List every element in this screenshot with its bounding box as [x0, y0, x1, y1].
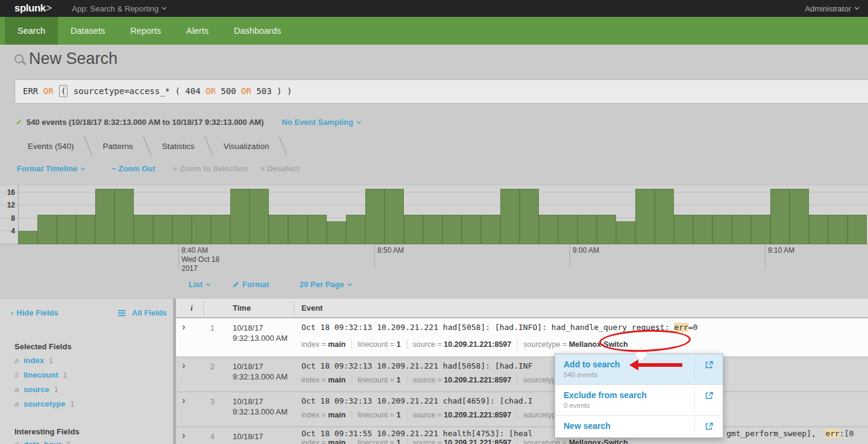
- open-in-new-button[interactable]: [705, 360, 714, 372]
- sidebar-field-date_hour[interactable]: #date_hour2: [14, 440, 71, 444]
- field-value[interactable]: main: [328, 376, 345, 384]
- field-name[interactable]: linecount: [24, 370, 58, 379]
- app-menu-dropdown[interactable]: App: Search & Reporting: [72, 4, 167, 13]
- field-name[interactable]: date_hour: [24, 440, 61, 444]
- histogram-bar[interactable]: [635, 189, 655, 244]
- histogram-bar[interactable]: [520, 189, 539, 244]
- expand-row-caret[interactable]: ›: [182, 322, 185, 332]
- field-value[interactable]: Mellanox-Switch: [569, 439, 628, 444]
- histogram-bar[interactable]: [57, 215, 76, 244]
- field-name[interactable]: source: [24, 385, 49, 394]
- histogram-bar[interactable]: [365, 189, 385, 244]
- histogram-bar[interactable]: [288, 215, 307, 244]
- sidebar-field-index[interactable]: aindex1: [14, 356, 53, 365]
- nav-item-reports[interactable]: Reports: [118, 17, 174, 45]
- histogram-bar[interactable]: [115, 189, 134, 244]
- histogram-bar[interactable]: [211, 215, 230, 244]
- nav-item-search[interactable]: Search: [5, 17, 58, 45]
- histogram-bar[interactable]: [790, 189, 809, 244]
- field-pair-source[interactable]: source = 10.209.21.221:8597: [407, 376, 518, 384]
- popup-item-label[interactable]: Exclude from search: [555, 385, 723, 400]
- tab-events-540-[interactable]: Events (540): [13, 137, 89, 156]
- histogram-bar[interactable]: [655, 189, 674, 244]
- field-value[interactable]: 10.209.21.221:8597: [444, 411, 511, 419]
- sidebar-field-sourcetype[interactable]: asourcetype1: [14, 399, 74, 408]
- histogram-bar[interactable]: [18, 231, 37, 244]
- expand-row-caret[interactable]: ›: [182, 360, 185, 371]
- user-menu-dropdown[interactable]: Administrator: [805, 4, 860, 13]
- field-value[interactable]: 10.209.21.221:8597: [444, 439, 511, 444]
- field-value[interactable]: 1: [397, 340, 401, 349]
- histogram-bar[interactable]: [37, 215, 57, 244]
- histogram-bar[interactable]: [346, 215, 365, 244]
- histogram-bar[interactable]: [674, 215, 693, 244]
- all-fields-link[interactable]: All Fields: [118, 308, 167, 317]
- field-pair-linecount[interactable]: linecount = 1: [351, 340, 406, 349]
- splunk-logo[interactable]: splunk>: [14, 2, 51, 14]
- format-timeline-dropdown[interactable]: Format Timeline: [17, 164, 86, 173]
- field-value[interactable]: 1: [397, 376, 401, 384]
- sidebar-field-source[interactable]: asource1: [14, 385, 58, 394]
- field-value[interactable]: 1: [397, 411, 401, 419]
- histogram-bar[interactable]: [577, 215, 597, 244]
- field-value[interactable]: main: [328, 340, 345, 349]
- list-view-dropdown[interactable]: List: [189, 280, 211, 289]
- histogram-bar[interactable]: [230, 189, 250, 244]
- histogram-bar[interactable]: [770, 189, 790, 244]
- histogram-bar[interactable]: [597, 215, 616, 244]
- field-pair-index[interactable]: index = main: [301, 376, 351, 384]
- nav-item-alerts[interactable]: Alerts: [174, 17, 221, 45]
- per-page-dropdown[interactable]: 20 Per Page: [300, 280, 353, 289]
- field-pair-index[interactable]: index = main: [301, 411, 351, 419]
- event-sampling-dropdown[interactable]: No Event Sampling: [282, 118, 362, 127]
- histogram-bar[interactable]: [732, 215, 751, 244]
- histogram-bar[interactable]: [712, 215, 732, 244]
- histogram-bar[interactable]: [172, 215, 192, 244]
- tab-statistics[interactable]: Statistics: [148, 137, 209, 156]
- sidebar-field-linecount[interactable]: #linecount1: [14, 370, 67, 379]
- field-pair-source[interactable]: source = 10.209.21.221:8597: [407, 411, 518, 419]
- histogram-bar[interactable]: [134, 215, 153, 244]
- event-raw-text[interactable]: Oct 18 09:32:13 10.209.21.221 had[5058]:…: [301, 361, 555, 370]
- histogram-bar[interactable]: [828, 215, 848, 244]
- histogram-bar[interactable]: [153, 215, 172, 244]
- zoom-out-button[interactable]: − Zoom Out: [112, 164, 156, 173]
- histogram-bar[interactable]: [616, 221, 635, 244]
- histogram-bar[interactable]: [539, 215, 558, 244]
- field-value[interactable]: main: [328, 439, 345, 444]
- histogram-bar[interactable]: [385, 189, 404, 244]
- histogram-bar[interactable]: [481, 215, 500, 244]
- field-value[interactable]: 10.209.21.221:8597: [444, 340, 511, 349]
- expand-row-caret[interactable]: ›: [182, 395, 185, 406]
- histogram-bar[interactable]: [693, 215, 712, 244]
- field-pair-linecount[interactable]: linecount = 1: [351, 411, 406, 419]
- field-pair-index[interactable]: index = main: [301, 439, 351, 444]
- histogram-bar[interactable]: [848, 215, 867, 244]
- histogram-bar[interactable]: [250, 189, 269, 244]
- format-button[interactable]: Format: [232, 280, 269, 289]
- event-raw-text[interactable]: Oct 18 09:31:55 10.209.21.221 health[475…: [301, 429, 555, 438]
- field-value[interactable]: 1: [397, 439, 401, 444]
- field-pair-sourcetype[interactable]: sourcetype = Mellanox-Switch: [517, 411, 555, 419]
- expand-row-caret[interactable]: ›: [182, 430, 185, 441]
- histogram-bar[interactable]: [423, 215, 442, 244]
- histogram-bar[interactable]: [404, 215, 423, 244]
- open-in-new-button[interactable]: [705, 422, 714, 433]
- histogram-bar[interactable]: [500, 189, 520, 244]
- histogram-bar[interactable]: [442, 215, 462, 244]
- search-input[interactable]: ERR OR ( sourcetype=access_* ( 404 OR 50…: [14, 79, 868, 104]
- histogram-bar[interactable]: [558, 215, 577, 244]
- histogram-bar[interactable]: [751, 215, 770, 244]
- column-header-time[interactable]: Time: [233, 303, 251, 312]
- popup-item-exclude-from-search[interactable]: Exclude from search0 events: [555, 385, 723, 416]
- field-value[interactable]: main: [328, 411, 345, 419]
- event-raw-text[interactable]: Oct 18 09:32:13 10.209.21.221 chad[4659]…: [301, 396, 555, 405]
- tab-patterns[interactable]: Patterns: [89, 137, 148, 156]
- field-value[interactable]: 10.209.21.221:8597: [444, 376, 511, 384]
- histogram-bar[interactable]: [95, 189, 115, 244]
- field-name[interactable]: index: [24, 356, 44, 365]
- open-in-new-button[interactable]: [705, 391, 714, 402]
- field-pair-linecount[interactable]: linecount = 1: [351, 376, 406, 384]
- field-pair-index[interactable]: index = main: [301, 340, 351, 349]
- field-pair-linecount[interactable]: linecount = 1: [351, 439, 406, 444]
